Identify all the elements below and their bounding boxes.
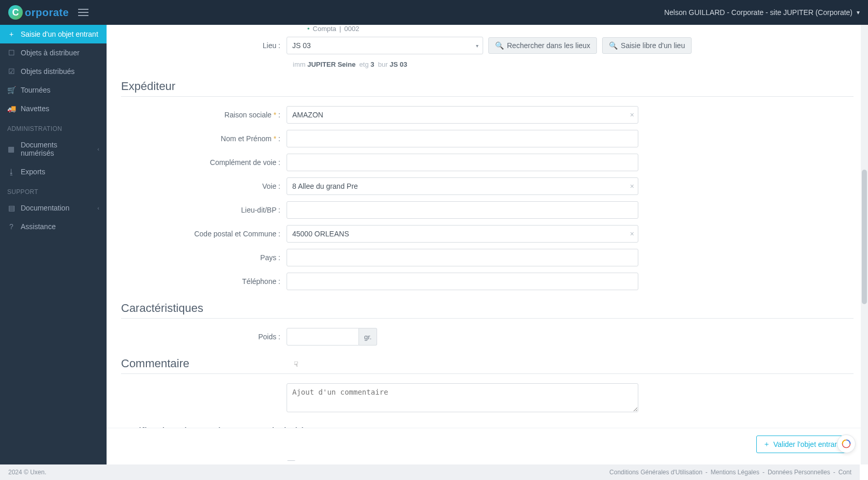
poids-unit: gr. bbox=[359, 328, 377, 346]
sidebar-item-label: Navettes bbox=[21, 104, 49, 113]
search-icon: 🔍 bbox=[495, 41, 504, 50]
valider-button[interactable]: ＋ Valider l'objet entrant bbox=[756, 436, 847, 453]
sidebar: + Saisie d'un objet entrant ☐ Objets à d… bbox=[0, 25, 107, 480]
sidebar-item-label: Documents numérisés bbox=[21, 141, 92, 157]
sidebar-item-assistance[interactable]: ? Assistance bbox=[0, 217, 107, 236]
sidebar-item-label: Assistance bbox=[21, 222, 56, 231]
lieu-path: imm JUPITER Seine etg 3 bur JS 03 bbox=[293, 61, 854, 68]
scrollbar-thumb[interactable] bbox=[862, 170, 867, 304]
saisie-libre-button[interactable]: 🔍 Saisie libre d'un lieu bbox=[602, 37, 692, 54]
download-icon: ⭳ bbox=[7, 168, 16, 176]
cart-icon: 🛒 bbox=[7, 86, 16, 94]
plus-icon: + bbox=[7, 30, 16, 38]
logo-icon: C bbox=[8, 5, 23, 20]
search-icon: 🔍 bbox=[609, 41, 618, 50]
sidebar-item-label: Objets distribués bbox=[21, 67, 74, 76]
lieu-value: JS 03 bbox=[292, 41, 311, 50]
clear-icon[interactable]: × bbox=[630, 111, 634, 118]
comment-textarea[interactable] bbox=[287, 383, 638, 412]
search-lieux-button[interactable]: 🔍 Rechercher dans les lieux bbox=[488, 37, 597, 54]
footer-copyright: 2024 © Uxen. bbox=[0, 464, 107, 480]
cpcommune-input[interactable] bbox=[287, 225, 638, 243]
voie-input[interactable] bbox=[287, 177, 638, 195]
clear-icon[interactable]: × bbox=[630, 230, 634, 237]
complement-input[interactable] bbox=[287, 154, 638, 171]
poids-input[interactable] bbox=[287, 328, 359, 346]
plus-icon: ＋ bbox=[763, 440, 770, 449]
search-lieux-label: Rechercher dans les lieux bbox=[507, 41, 590, 50]
pays-label: Pays : bbox=[121, 253, 287, 262]
divider bbox=[121, 318, 854, 319]
sidebar-item-saisie-entrant[interactable]: + Saisie d'un objet entrant bbox=[0, 25, 107, 43]
pays-input[interactable] bbox=[287, 249, 638, 266]
lieu-label: Lieu : bbox=[121, 41, 287, 50]
bullet-icon: • bbox=[307, 25, 310, 33]
sidebar-item-label: Exports bbox=[21, 168, 45, 176]
topbar: C orporate Nelson GUILLARD - Corporate -… bbox=[0, 0, 868, 25]
sidebar-section-admin: ADMINISTRATION bbox=[0, 118, 107, 136]
footer-link-donnees[interactable]: Données Personnelles bbox=[768, 469, 830, 476]
scrollbar[interactable] bbox=[861, 25, 868, 464]
book-icon: ▤ bbox=[7, 204, 16, 212]
help-fab[interactable] bbox=[837, 434, 856, 453]
help-icon: ? bbox=[7, 222, 16, 231]
raison-input[interactable] bbox=[287, 106, 638, 124]
box-check-icon: ☑ bbox=[7, 67, 16, 76]
lieudit-input[interactable] bbox=[287, 201, 638, 219]
truck-icon: 🚚 bbox=[7, 104, 16, 113]
sidebar-item-navettes[interactable]: 🚚 Navettes bbox=[0, 99, 107, 118]
box-open-icon: ☐ bbox=[7, 49, 16, 57]
sidebar-item-documents[interactable]: ▦ Documents numérisés ‹ bbox=[0, 136, 107, 162]
chevron-left-icon: ‹ bbox=[97, 146, 99, 152]
caret-down-icon: ▾ bbox=[476, 43, 478, 49]
section-caracteristiques: Caractéristiques bbox=[121, 302, 854, 315]
tel-label: Téléphone : bbox=[121, 277, 287, 286]
logo[interactable]: C orporate bbox=[8, 5, 69, 20]
section-expediteur: Expéditeur bbox=[121, 80, 854, 93]
divider bbox=[121, 96, 854, 97]
voie-label: Voie : bbox=[121, 182, 287, 190]
sidebar-item-label: Documentation bbox=[21, 204, 69, 212]
sidebar-item-exports[interactable]: ⭳ Exports bbox=[0, 162, 107, 181]
footer-link-mentions[interactable]: Mentions Légales bbox=[711, 469, 759, 476]
compta-line: • Compta | 0002 bbox=[307, 25, 854, 33]
sidebar-item-a-distribuer[interactable]: ☐ Objets à distribuer bbox=[0, 43, 107, 62]
user-context-menu[interactable]: Nelson GUILLARD - Corporate - site JUPIT… bbox=[664, 8, 860, 17]
footer-link-contact[interactable]: Cont bbox=[839, 469, 851, 476]
cpcommune-label: Code postal et Commune : bbox=[121, 230, 287, 238]
poids-label: Poids : bbox=[121, 333, 287, 341]
menu-toggle-icon[interactable] bbox=[78, 9, 88, 16]
valider-label: Valider l'objet entrant bbox=[773, 440, 841, 448]
sidebar-item-documentation[interactable]: ▤ Documentation ‹ bbox=[0, 199, 107, 217]
raison-label: Raison sociale * : bbox=[121, 111, 287, 119]
nomprenom-input[interactable] bbox=[287, 130, 638, 147]
section-commentaire: Commentaire bbox=[121, 357, 854, 370]
chevron-left-icon: ‹ bbox=[97, 205, 99, 211]
grid-icon: ▦ bbox=[7, 145, 16, 153]
saisie-libre-label: Saisie libre d'un lieu bbox=[621, 41, 685, 50]
clear-icon[interactable]: × bbox=[630, 183, 634, 190]
action-bar: ＋ Valider l'objet entrant bbox=[107, 428, 868, 460]
user-context-label: Nelson GUILLARD - Corporate - site JUPIT… bbox=[664, 8, 852, 17]
footer-link-cgu[interactable]: Conditions Générales d'Utilisation bbox=[609, 469, 702, 476]
lieudit-label: Lieu-dit/BP : bbox=[121, 206, 287, 214]
tel-input[interactable] bbox=[287, 273, 638, 290]
sidebar-item-tournees[interactable]: 🛒 Tournées bbox=[0, 81, 107, 99]
sidebar-item-distribues[interactable]: ☑ Objets distribués bbox=[0, 62, 107, 81]
sidebar-item-label: Tournées bbox=[21, 86, 51, 94]
complement-label: Complément de voie : bbox=[121, 158, 287, 167]
help-fab-icon bbox=[841, 439, 851, 449]
chevron-down-icon: ▾ bbox=[857, 9, 860, 16]
sidebar-section-support: SUPPORT bbox=[0, 181, 107, 199]
divider bbox=[121, 373, 854, 374]
lieu-select[interactable]: JS 03 ▾ bbox=[287, 37, 483, 54]
sidebar-item-label: Objets à distribuer bbox=[21, 49, 80, 57]
nomprenom-label: Nom et Prénom * : bbox=[121, 134, 287, 143]
main-panel: • Compta | 0002 Lieu : JS 03 ▾ 🔍 Recherc… bbox=[107, 25, 868, 480]
sidebar-item-label: Saisie d'un objet entrant bbox=[21, 30, 98, 38]
logo-text: orporate bbox=[25, 7, 69, 19]
footer-links: Conditions Générales d'Utilisation- Ment… bbox=[107, 464, 860, 480]
